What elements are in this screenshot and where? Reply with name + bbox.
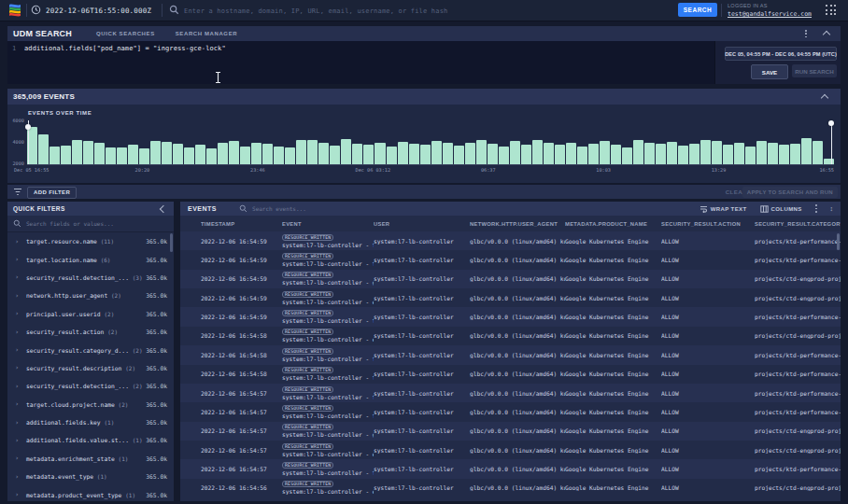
- column-header-metadata-product-name[interactable]: METADATA.PRODUCT_NAME: [565, 221, 661, 227]
- filter-field-name: target.resource.name (11): [26, 238, 114, 245]
- save-button[interactable]: SAVE: [751, 64, 788, 79]
- cell-user-agent: glbc/v0.0.0 (linux/amd64) ku...: [470, 275, 565, 282]
- global-search-input[interactable]: Enter a hostname, domain, IP, URL, email…: [184, 7, 448, 15]
- chart-bar: [700, 140, 711, 164]
- more-options-icon[interactable]: [815, 204, 817, 212]
- quick-filter-item[interactable]: ›metadata.product_event_type (1)365.0k: [7, 485, 174, 501]
- quick-filter-item[interactable]: ›target.resource.name (11)365.0k: [7, 232, 174, 250]
- brush-handle-left[interactable]: [28, 120, 29, 164]
- chart-bar: [184, 147, 194, 164]
- chronicle-logo-icon[interactable]: [7, 3, 22, 18]
- query-text[interactable]: additional.fields["pod_name"] = "ingress…: [24, 45, 226, 52]
- quick-filter-item[interactable]: ›target.cloud.project.name (2)365.0k: [7, 396, 174, 413]
- column-header-security-result-category-de[interactable]: SECURITY_RESULT.CATEGORY_DE...: [755, 221, 841, 227]
- add-filter-button[interactable]: ADD FILTER: [27, 187, 77, 199]
- table-row[interactable]: 2022-12-06 16:54:58RESOURCE_WRITTENsyste…: [180, 327, 841, 345]
- quick-filters-scrollbar[interactable]: [170, 233, 173, 252]
- chart-bar: [443, 143, 453, 165]
- cell-product-name: Google Kubernetes Engine: [565, 275, 661, 282]
- chart-bar: [285, 147, 295, 164]
- query-editor[interactable]: 1 additional.fields["pod_name"] = "ingre…: [7, 41, 715, 84]
- quick-filter-item[interactable]: ›network.http.user_agent (2)365.0k: [7, 287, 174, 304]
- events-table-scrollbar[interactable]: [837, 233, 840, 250]
- column-header-network-http-user-agent[interactable]: NETWORK.HTTP.USER_AGENT: [470, 221, 565, 227]
- events-header: EVENTS Search events... WRAP TEXT COLUMN…: [180, 202, 841, 216]
- cell-product-name: Google Kubernetes Engine: [565, 371, 661, 377]
- text-cursor-icon: [214, 71, 222, 84]
- quick-filter-item[interactable]: ›additional.fields.key (1)365.0k: [7, 413, 174, 431]
- collapse-section-icon[interactable]: [823, 31, 830, 38]
- filter-event-total: 365.0k: [146, 257, 167, 263]
- column-header-event[interactable]: EVENT: [282, 221, 374, 227]
- quick-filter-item[interactable]: ›security_result.description (2)365.0k: [7, 359, 174, 377]
- table-row[interactable]: 2022-12-06 16:54:59RESOURCE_WRITTENsyste…: [180, 250, 841, 269]
- filter-field-name: principal.user.userid (2): [26, 311, 114, 317]
- x-tick-label: 23:46: [250, 167, 265, 173]
- cell-product-name: Google Kubernetes Engine: [565, 447, 661, 454]
- x-tick-label: 10:03: [596, 167, 611, 173]
- quick-filter-item[interactable]: ›principal.user.userid (2)365.0k: [7, 305, 174, 323]
- wrap-text-button[interactable]: WRAP TEXT: [700, 205, 747, 213]
- event-summary: system:l7-lb-controller - e2e: [282, 336, 374, 343]
- filter-field-name: security_result.category_d... (2): [26, 347, 143, 354]
- tab-quick-searches[interactable]: QUICK SEARCHES: [96, 31, 155, 36]
- chart-bar: [398, 142, 408, 164]
- apps-grid-icon[interactable]: [826, 5, 837, 16]
- run-search-button[interactable]: RUN SEARCH: [792, 64, 837, 77]
- filter-event-total: 365.0k: [146, 383, 167, 389]
- search-fields-input[interactable]: Search fields or values...: [26, 220, 114, 227]
- cell-timestamp: 2022-12-06 16:54:59: [201, 238, 282, 245]
- cell-action: ALLOW: [661, 295, 755, 301]
- quick-filter-item[interactable]: ›metadata.enrichment_state (1)365.0k: [7, 450, 174, 468]
- quick-filter-item[interactable]: ›security_result.action (2)365.0k: [7, 323, 174, 341]
- chart-bar: [307, 140, 318, 164]
- columns-button[interactable]: COLUMNS: [760, 205, 802, 213]
- chevron-right-icon: ›: [7, 310, 26, 317]
- table-row[interactable]: 2022-12-06 16:54:58RESOURCE_WRITTENsyste…: [180, 365, 841, 384]
- quick-filters-header: QUICK FILTERS: [7, 202, 174, 216]
- quick-filters-search[interactable]: Search fields or values...: [7, 216, 174, 232]
- table-row[interactable]: 2022-12-06 16:54:58RESOURCE_WRITTENsyste…: [180, 345, 841, 364]
- table-row[interactable]: 2022-12-06 16:54:59RESOURCE_WRITTENsyste…: [180, 307, 841, 326]
- column-header-user[interactable]: USER: [374, 221, 470, 227]
- quick-filter-item[interactable]: ›security_result.category_d... (2)365.0k: [7, 341, 174, 358]
- events-count-bar[interactable]: 365,009 EVENTS: [7, 89, 841, 105]
- table-row[interactable]: 2022-12-06 16:54:59RESOURCE_WRITTENsyste…: [180, 231, 841, 250]
- apply-to-search-button[interactable]: APPLY TO SEARCH AND RUN: [742, 187, 838, 198]
- sort-arrows-icon[interactable]: ↕: [830, 205, 834, 212]
- table-row[interactable]: 2022-12-06 16:54:57RESOURCE_WRITTENsyste…: [180, 384, 841, 402]
- filter-field-name: security_result.description (2): [26, 365, 135, 371]
- quick-filter-item[interactable]: ›additional.fields.value.st... (1)365.0k: [7, 431, 174, 449]
- global-timestamp[interactable]: 2022-12-06T16:55:00.000Z: [46, 7, 151, 15]
- column-header-security-result-action[interactable]: SECURITY_RESULT.ACTION: [661, 221, 755, 227]
- collapse-results-icon[interactable]: [821, 94, 828, 102]
- search-events-input[interactable]: Search events...: [252, 205, 306, 212]
- chart-bar: [387, 147, 397, 164]
- filter-event-total: 365.0k: [146, 365, 167, 371]
- table-row[interactable]: 2022-12-06 16:54:57RESOURCE_WRITTENsyste…: [180, 422, 841, 441]
- table-row[interactable]: 2022-12-06 16:54:57RESOURCE_WRITTENsyste…: [180, 441, 841, 459]
- column-header-timestamp[interactable]: TIMESTAMP: [201, 221, 282, 227]
- search-button[interactable]: SEARCH: [678, 3, 717, 17]
- table-row[interactable]: 2022-12-06 16:54:57RESOURCE_WRITTENsyste…: [180, 459, 841, 478]
- more-options-icon[interactable]: [805, 30, 807, 37]
- chronicle-udm-search-app: 2022-12-06T16:55:00.000Z Enter a hostnam…: [0, 0, 848, 504]
- table-row[interactable]: 2022-12-06 16:54:59RESOURCE_WRITTENsyste…: [180, 288, 841, 307]
- table-row[interactable]: 2022-12-06 16:54:57RESOURCE_WRITTENsyste…: [180, 402, 841, 421]
- brush-handle-right[interactable]: [831, 120, 832, 164]
- quick-filter-item[interactable]: ›security_result.detection_... (2)365.0k: [7, 377, 174, 395]
- quick-filter-item[interactable]: ›metadata.event_type (1)365.0k: [7, 468, 174, 485]
- divider: [721, 4, 722, 17]
- chart-bar: [409, 144, 419, 164]
- table-row[interactable]: 2022-12-06 16:54:59RESOURCE_WRITTENsyste…: [180, 270, 841, 288]
- quick-filter-item[interactable]: ›target.location.name (6)365.0k: [7, 250, 174, 268]
- date-range-button[interactable]: DEC 05, 04:55 PM - DEC 06, 04:55 PM (UTC…: [725, 47, 837, 61]
- tab-search-manager[interactable]: SEARCH MANAGER: [176, 31, 237, 36]
- logged-in-user[interactable]: test@gandalfservice.com: [728, 10, 812, 18]
- table-row[interactable]: 2022-12-06 16:54:56RESOURCE_WRITTENsyste…: [180, 479, 841, 497]
- chart-bar: [251, 143, 261, 164]
- quick-filter-item[interactable]: ›security_result.detection_... (3)365.0k: [7, 269, 174, 287]
- collapse-panel-icon[interactable]: [160, 205, 167, 213]
- event-summary: system:l7-lb-controller - gui: [282, 279, 374, 286]
- events-title: EVENTS: [188, 205, 217, 212]
